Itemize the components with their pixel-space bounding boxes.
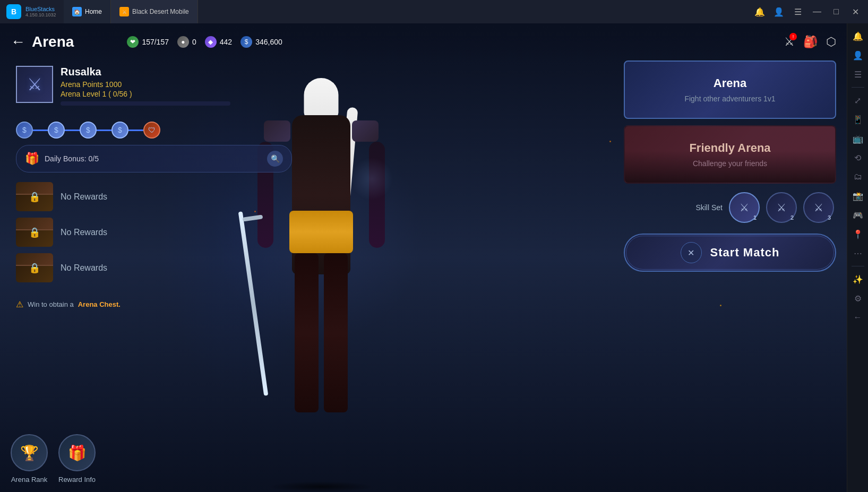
arena-card-title: Arena: [638, 76, 822, 90]
friendly-card-title: Friendly Arena: [638, 141, 822, 155]
rank-pip-1: $: [16, 122, 33, 139]
chest-icon-1: [16, 182, 53, 211]
rank-line-2: [65, 130, 80, 131]
friendly-card-subtitle: Challenge your friends: [638, 159, 822, 168]
reward-info-button[interactable]: 🎁 Reward Info: [58, 434, 96, 484]
arena-chest-highlight: Arena Chest.: [78, 300, 121, 308]
maximize-btn[interactable]: □: [830, 5, 843, 18]
daily-bonus-bar[interactable]: 🎁 Daily Bonus: 0/5 🔍: [16, 145, 292, 172]
sidebar-tool-settings[interactable]: ⚙: [849, 290, 866, 307]
rank-pip-2: $: [48, 122, 65, 139]
skill-btn-1[interactable]: ⚔ 1: [729, 192, 760, 223]
arena-mode-card[interactable]: Arena Fight other adventurers 1v1: [624, 61, 836, 119]
sidebar-tool-phone[interactable]: 📱: [849, 111, 866, 128]
player-avatar: ⚔: [16, 66, 53, 103]
arena-rank-label: Arena Rank: [11, 476, 48, 484]
warning-text: Win to obtain a: [28, 300, 74, 308]
rank-line-3: [97, 130, 111, 131]
arena-card-subtitle: Fight other adventurers 1v1: [638, 94, 822, 103]
arena-level-label: Arena Level: [61, 90, 100, 98]
account-btn[interactable]: 👤: [772, 5, 785, 18]
game-header: ← Arena ❤ 157/157 ● 0 ◆ 442 $ 346,600 ⚔: [0, 23, 847, 61]
header-stats: ❤ 157/157 ● 0 ◆ 442 $ 346,600: [127, 36, 282, 48]
start-match-x-icon: ✕: [681, 242, 702, 263]
sidebar-tool-fullscreen[interactable]: ⤢: [849, 92, 866, 109]
back-button[interactable]: ←: [11, 33, 25, 50]
char-head: [304, 78, 339, 118]
reward-text-2: No Rewards: [61, 228, 107, 237]
sidebar-tool-rotate[interactable]: ⟲: [849, 149, 866, 166]
skill-set-label: Skill Set: [695, 203, 723, 212]
minimize-btn[interactable]: —: [811, 5, 823, 18]
rank-line-4: [128, 130, 143, 131]
sidebar-tool-bell[interactable]: 🔔: [849, 28, 866, 45]
arena-level: Arena Level 1 ( 0/56 ): [61, 90, 292, 98]
rank-pip-4: $: [111, 122, 128, 139]
chest-icon-2: [16, 218, 53, 247]
purple-stat: ◆ 442: [205, 36, 232, 48]
page-title: Arena: [32, 33, 74, 50]
start-match-button[interactable]: ✕ Start Match: [624, 234, 836, 272]
sidebar-tool-account[interactable]: 👤: [849, 47, 866, 64]
char-leg-r: [324, 253, 348, 412]
reward-info-icon: 🎁: [58, 434, 96, 471]
skill-set-area: Skill Set ⚔ 1 ⚔ 2 ⚔ 3: [624, 192, 836, 223]
arena-level-value: 1 (: [102, 90, 113, 98]
title-bar: B BlueStacks 4.150.10.1032 🏠 Home ⚔ Blac…: [0, 0, 868, 23]
daily-bonus-text: Daily Bonus: 0/5: [45, 154, 262, 163]
reward-item-1: No Rewards: [16, 182, 292, 211]
gray-icon: ●: [177, 36, 189, 48]
left-panel: ⚔ Rusalka Arena Points 1000 Arena Level …: [11, 61, 297, 315]
sidebar-tool-back[interactable]: ←: [849, 309, 866, 326]
char-shadow: [268, 481, 374, 492]
sidebar-tool-gamepad[interactable]: 🎮: [849, 206, 866, 223]
rank-pip-3: $: [80, 122, 97, 139]
home-tab-label: Home: [85, 8, 102, 15]
arena-rank-button[interactable]: 🏆 Arena Rank: [11, 434, 48, 484]
tab-home[interactable]: 🏠 Home: [64, 0, 111, 23]
skill-number-1: 1: [753, 214, 757, 221]
progress-bar-bg: [61, 101, 230, 106]
notification-btn[interactable]: 🔔: [753, 5, 766, 18]
close-btn[interactable]: ✕: [849, 5, 862, 18]
skill-icon-3: ⚔: [814, 201, 823, 214]
skill-btn-3[interactable]: ⚔ 3: [803, 192, 834, 223]
sidebar-tool-sparkle[interactable]: ✨: [849, 271, 866, 288]
skill-btn-2[interactable]: ⚔ 2: [766, 192, 797, 223]
player-info: ⚔ Rusalka Arena Points 1000 Arena Level …: [11, 61, 297, 111]
gray-stat: ● 0: [177, 36, 196, 48]
player-name: Rusalka: [61, 66, 292, 78]
tab-bdm[interactable]: ⚔ Black Desert Mobile: [111, 0, 198, 23]
reward-item-2: No Rewards: [16, 218, 292, 247]
sidebar-divider-1: [852, 87, 864, 88]
search-icon-btn[interactable]: 🔍: [267, 151, 283, 167]
exit-icon[interactable]: ⬡: [826, 35, 836, 49]
arena-rank-icon: 🏆: [11, 434, 48, 471]
game-area: ← Arena ❤ 157/157 ● 0 ◆ 442 $ 346,600 ⚔: [0, 23, 847, 492]
warning-section: ⚠ Win to obtain a Arena Chest.: [11, 294, 297, 315]
reward-list: No Rewards No Rewards No Rewards: [11, 177, 297, 294]
char-shield-glow: [350, 158, 393, 200]
sidebar-tool-more[interactable]: ⋯: [849, 245, 866, 262]
rank-pip-5: 🛡: [143, 122, 160, 139]
sidebar-tool-location[interactable]: 📍: [849, 226, 866, 243]
arena-points-label: Arena Points: [61, 80, 105, 89]
sidebar-tool-tv[interactable]: 📺: [849, 130, 866, 147]
inventory-icon[interactable]: 🎒: [803, 35, 818, 49]
sidebar-tool-camera[interactable]: 📸: [849, 187, 866, 204]
combat-icon[interactable]: ⚔ !: [784, 35, 795, 49]
bs-name: BlueStacks: [25, 6, 56, 12]
reward-item-3: No Rewards: [16, 253, 292, 282]
sidebar-tool-files[interactable]: 🗂: [849, 168, 866, 185]
purple-value: 442: [220, 38, 232, 46]
bluestacks-logo: B BlueStacks 4.150.10.1032: [0, 4, 64, 19]
menu-btn[interactable]: ☰: [792, 5, 804, 18]
rank-icons-row: $ $ $ $ 🛡: [11, 119, 297, 141]
friendly-arena-card[interactable]: Friendly Arena Challenge your friends: [624, 125, 836, 184]
hp-stat: ❤ 157/157: [127, 36, 169, 48]
sidebar-tool-menu[interactable]: ☰: [849, 66, 866, 83]
right-panel: Arena Fight other adventurers 1v1 Friend…: [624, 61, 836, 272]
arena-points: Arena Points 1000: [61, 80, 292, 89]
reward-info-label: Reward Info: [58, 476, 96, 484]
rank-line-1: [33, 130, 48, 131]
